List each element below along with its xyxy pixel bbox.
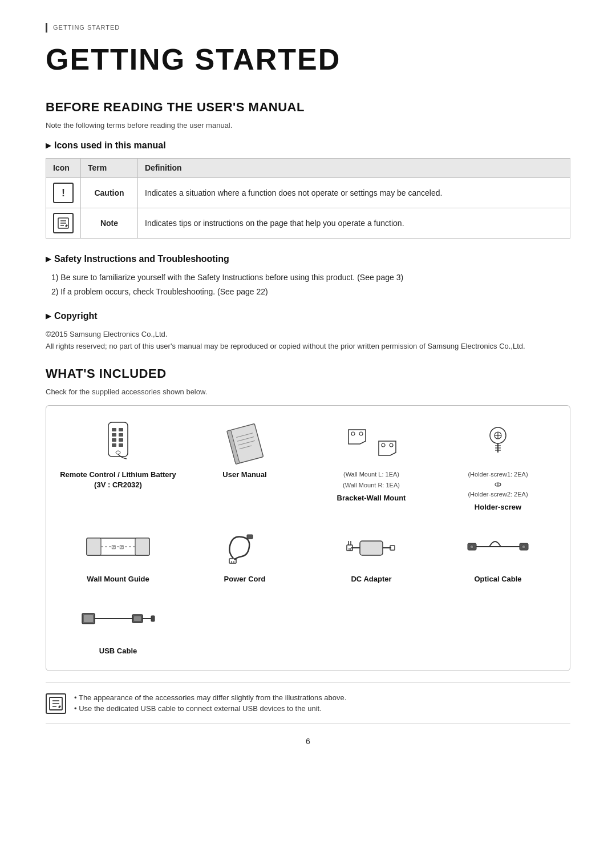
before-reading-subtitle: Note the following terms before reading … [46, 120, 570, 131]
copyright-section-title: Copyright [46, 309, 570, 323]
item-label: Holder-screw [475, 502, 521, 512]
copyright-line-1: ©2015 Samsung Electronics Co.,Ltd. [46, 329, 570, 341]
wall-mount-l-sublabel: (Wall Mount L: 1EA) [343, 470, 399, 479]
note-definition: Indicates tips or instructions on the pa… [138, 208, 570, 239]
wall-mount-guide-image: ⊡ ⊡ [90, 524, 147, 570]
before-reading-title: BEFORE READING THE USER'S MANUAL [46, 98, 570, 116]
svg-rect-62 [134, 616, 141, 621]
col-term: Term [81, 159, 138, 178]
page-title: GETTING STARTED [46, 37, 570, 82]
usb-cable-image [90, 596, 147, 641]
item-label: DC Adapter [351, 574, 391, 584]
table-row: Note Indicates tips or instructions on t… [46, 208, 570, 239]
svg-rect-7 [112, 433, 116, 437]
svg-text:⊡: ⊡ [111, 544, 116, 550]
copyright-line-2: All rights reserved; no part of this use… [46, 341, 570, 353]
holder-screw-icon-row [494, 480, 502, 488]
dc-adapter-image [343, 524, 400, 570]
holder-screw-image [469, 419, 526, 465]
svg-rect-36 [135, 538, 149, 555]
svg-rect-4 [108, 422, 128, 457]
svg-text:⊡: ⊡ [119, 544, 124, 550]
list-item: USB Cable [58, 596, 179, 656]
svg-rect-6 [119, 428, 123, 431]
note-term: Note [81, 208, 138, 239]
svg-rect-64 [151, 616, 155, 621]
whats-included-subtitle: Check for the supplied accessories shown… [46, 386, 570, 398]
icons-section-title: Icons used in this manual [46, 139, 570, 152]
safety-list: 1) Be sure to familiarize yourself with … [51, 272, 570, 298]
caution-term: Caution [81, 178, 138, 208]
svg-rect-43 [247, 535, 253, 539]
included-box: Remote Control / Lithium Battery (3V : C… [46, 405, 570, 671]
item-label: User Manual [222, 470, 266, 480]
item-label: Optical Cable [474, 574, 521, 584]
power-cord-image [216, 524, 273, 570]
copyright-text: ©2015 Samsung Electronics Co.,Ltd. All r… [46, 329, 570, 353]
holder-screw2-sublabel: (Holder-screw2: 2EA) [468, 490, 528, 499]
note-icon-cell [46, 208, 81, 239]
item-label: Remote Control / Lithium Battery (3V : C… [58, 470, 179, 490]
svg-rect-44 [360, 541, 383, 555]
table-row: ! Caution Indicates a situation where a … [46, 178, 570, 208]
safety-section-title: Safety Instructions and Troubleshooting [46, 252, 570, 266]
list-item: ⊡ ⊡ Wall Mount Guide [58, 524, 179, 584]
caution-icon-cell: ! [46, 178, 81, 208]
svg-point-21 [359, 432, 363, 435]
page-number: 6 [46, 736, 570, 748]
svg-rect-9 [112, 438, 116, 442]
list-item: User Manual [184, 419, 305, 512]
col-definition: Definition [138, 159, 570, 178]
list-item: Power Cord [184, 524, 305, 584]
caution-icon: ! [53, 183, 74, 203]
whats-included-title: WHAT'S INCLUDED [46, 364, 570, 383]
item-label: Wall Mount Guide [87, 574, 149, 584]
svg-point-55 [470, 545, 473, 548]
svg-rect-59 [84, 615, 93, 622]
wall-mount-r-sublabel: (Wall Mount R: 1EA) [343, 480, 400, 490]
svg-point-57 [522, 545, 525, 548]
item-label: USB Cable [99, 646, 137, 656]
svg-rect-8 [119, 433, 123, 437]
optical-cable-image [469, 524, 526, 570]
svg-rect-5 [112, 428, 116, 431]
svg-rect-12 [119, 443, 123, 447]
svg-rect-35 [87, 538, 101, 555]
user-manual-image [216, 419, 273, 465]
note-footer: The appearance of the accessories may di… [46, 683, 570, 714]
svg-rect-11 [112, 443, 116, 447]
svg-point-20 [351, 432, 355, 435]
note-list: The appearance of the accessories may di… [74, 692, 346, 714]
svg-rect-10 [119, 438, 123, 442]
list-item: Use the dedicated USB cable to connect e… [74, 703, 346, 714]
list-item: (Wall Mount L: 1EA) (Wall Mount R: 1EA) … [311, 419, 432, 512]
list-item: Optical Cable [437, 524, 558, 584]
note-icon [53, 213, 74, 233]
list-item: Remote Control / Lithium Battery (3V : C… [58, 419, 179, 512]
svg-point-23 [390, 443, 393, 447]
item-label: Power Cord [224, 574, 266, 584]
note-footer-icon [46, 693, 66, 714]
list-item: (Holder-screw1: 2EA) (Holder-screw2: 2EA… [437, 419, 558, 512]
included-grid: Remote Control / Lithium Battery (3V : C… [58, 419, 558, 657]
list-item: DC Adapter [311, 524, 432, 584]
list-item: The appearance of the accessories may di… [74, 692, 346, 704]
page-divider [46, 724, 570, 724]
caution-definition: Indicates a situation where a function d… [138, 178, 570, 208]
list-item: 2) If a problem occurs, check Troublesho… [51, 286, 570, 298]
breadcrumb: GETTING STARTED [46, 23, 570, 33]
holder-screw1-sublabel: (Holder-screw1: 2EA) [468, 470, 528, 479]
col-icon: Icon [46, 159, 81, 178]
list-item: 1) Be sure to familiarize yourself with … [51, 272, 570, 284]
icons-table: Icon Term Definition ! Caution Indicates… [46, 158, 570, 239]
svg-point-13 [116, 451, 120, 454]
item-label: Bracket-Wall Mount [337, 493, 406, 503]
svg-point-22 [382, 443, 385, 447]
note-icon [46, 693, 66, 714]
remote-control-image [90, 419, 147, 465]
bracket-wall-mount-image [343, 419, 400, 465]
